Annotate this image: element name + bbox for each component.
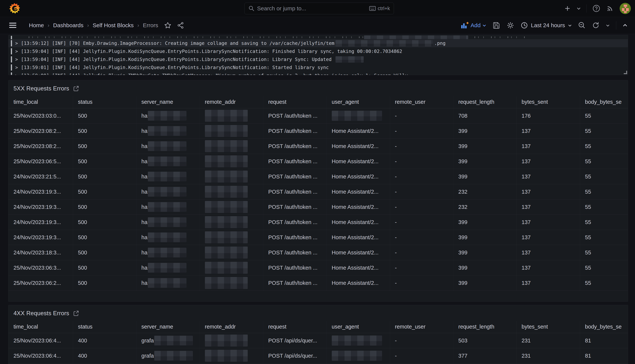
- collapse-toolbar-button[interactable]: [622, 24, 628, 27]
- breadcrumb-self-host-blocks[interactable]: Self Host Blocks: [93, 22, 134, 28]
- cell-text: 55: [585, 143, 591, 149]
- log-row[interactable]: >[13:59:04] [INF] [44] Jellyfin.Plugin.K…: [8, 55, 628, 64]
- table-cell: 25/Nov/2023:08:2...: [8, 123, 73, 138]
- table-cell: 500: [73, 123, 136, 138]
- expand-log-chevron-icon[interactable]: >: [15, 41, 18, 46]
- column-header-user_agent[interactable]: user_agent: [326, 321, 390, 333]
- column-header-status[interactable]: status: [73, 96, 136, 108]
- redacted-cell: [205, 350, 248, 362]
- redacted-cell: [205, 216, 248, 228]
- add-button[interactable]: Add: [461, 22, 486, 29]
- column-header-time_local[interactable]: time_local: [8, 321, 73, 333]
- table-cell: [200, 230, 263, 245]
- log-row[interactable]: >[13:59:00] [INF] [44] Jellyfin.Plugin.T…: [8, 72, 628, 75]
- column-header-request_length[interactable]: request_length: [453, 321, 516, 333]
- table-cell: 500: [73, 214, 136, 230]
- external-link-icon[interactable]: [73, 86, 79, 92]
- external-link-icon[interactable]: [73, 310, 79, 316]
- column-header-bytes_sent[interactable]: bytes_sent: [516, 96, 580, 108]
- column-header-status[interactable]: status: [73, 321, 136, 333]
- column-header-request[interactable]: request: [263, 96, 326, 108]
- table-cell: 137: [516, 245, 580, 260]
- table-cell: 137: [516, 184, 580, 199]
- log-rows: >[13:59:12] [INF] [70] Emby.Drawing.Imag…: [8, 35, 628, 75]
- table-cell: -: [390, 138, 453, 154]
- new-chevron-down-icon[interactable]: [577, 7, 581, 10]
- redacted-cell: [205, 201, 248, 213]
- column-header-request_length[interactable]: request_length: [453, 96, 516, 108]
- table-cell: 399: [453, 138, 516, 154]
- table-row: 25/Nov/2023:08:2...500haPOST /auth/token…: [8, 123, 628, 138]
- table-cell: 500: [73, 245, 136, 260]
- log-row[interactable]: >[13:59:01] [INF] [44] Jellyfin.Plugin.K…: [8, 64, 628, 72]
- global-search: ctrl+k: [244, 3, 394, 14]
- news-rss-button[interactable]: [606, 4, 614, 12]
- log-row[interactable]: [8, 35, 628, 39]
- column-header-time_local[interactable]: time_local: [8, 96, 73, 108]
- column-header-remote_user[interactable]: remote_user: [390, 321, 453, 333]
- table-cell: 24/Nov/2023:19:3...: [8, 184, 73, 199]
- time-range-picker[interactable]: Last 24 hours: [521, 22, 572, 29]
- table-cell: ha: [136, 214, 200, 230]
- column-header-user_agent[interactable]: user_agent: [326, 96, 390, 108]
- help-button[interactable]: [592, 4, 600, 12]
- cell-text: ha: [142, 234, 148, 240]
- time-range-chevron-down-icon: [568, 24, 572, 27]
- column-header-remote_user[interactable]: remote_user: [390, 96, 453, 108]
- cell-text: 399: [458, 265, 468, 271]
- menu-hamburger-button[interactable]: [9, 22, 16, 28]
- dashboard-nav-bar: Home › Dashboards › Self Host Blocks › E…: [0, 17, 635, 34]
- refresh-button[interactable]: [592, 22, 600, 29]
- column-header-server_name[interactable]: server_name: [136, 321, 200, 333]
- panel-title[interactable]: 4XX Requests Errors: [14, 310, 69, 317]
- table-cell: 400: [73, 348, 136, 363]
- user-avatar[interactable]: [620, 3, 631, 14]
- log-row[interactable]: >[13:59:04] [INF] [44] Jellyfin.Plugin.K…: [8, 47, 628, 55]
- cell-text: 25/Nov/2023:06:3...: [14, 265, 61, 271]
- column-header-request[interactable]: request: [263, 321, 326, 333]
- column-header-remote_addr[interactable]: remote_addr: [200, 96, 263, 108]
- panel-resize-handle[interactable]: [624, 71, 627, 74]
- table-cell: 137: [516, 260, 580, 275]
- breadcrumb-dashboards[interactable]: Dashboards: [53, 22, 84, 28]
- navbar-divider: [616, 21, 616, 30]
- table-4xx-header-row: time_localstatusserver_nameremote_addrre…: [8, 321, 628, 333]
- expand-log-chevron-icon[interactable]: >: [15, 57, 18, 62]
- breadcrumb-home[interactable]: Home: [29, 22, 44, 28]
- jellyfin-logs-panel: >[13:59:12] [INF] [70] Emby.Drawing.Imag…: [8, 35, 628, 75]
- table-cell: -: [390, 123, 453, 138]
- table-cell: 500: [73, 108, 136, 123]
- table-cell: Home Assistant/2...: [326, 260, 390, 275]
- column-header-server_name[interactable]: server_name: [136, 96, 200, 108]
- log-row[interactable]: >[13:59:12] [INF] [70] Emby.Drawing.Imag…: [8, 39, 628, 47]
- panel-title[interactable]: 5XX Requests Errors: [14, 85, 69, 92]
- save-dashboard-button[interactable]: [492, 22, 500, 29]
- table-cell: 25/Nov/2023:06:2...: [8, 275, 73, 290]
- zoom-out-time-button[interactable]: [578, 22, 586, 29]
- dashboard-settings-button[interactable]: [506, 22, 514, 29]
- cell-text: 500: [78, 113, 87, 119]
- expand-log-chevron-icon[interactable]: >: [15, 73, 18, 75]
- redacted-cell: [205, 140, 248, 152]
- table-cell: ha: [136, 154, 200, 169]
- column-header-body_bytes_se[interactable]: body_bytes_se: [580, 96, 628, 108]
- favorite-star-button[interactable]: [164, 22, 171, 29]
- table-cell: [200, 245, 263, 260]
- column-header-remote_addr[interactable]: remote_addr: [200, 321, 263, 333]
- column-header-body_bytes_se[interactable]: body_bytes_se: [580, 321, 628, 333]
- redacted-text: [336, 40, 433, 46]
- redacted-cell: [205, 262, 248, 274]
- expand-log-chevron-icon[interactable]: >: [15, 65, 18, 70]
- redacted-cell: [332, 336, 382, 346]
- table-cell: Home Assistant/2...: [326, 245, 390, 260]
- table-cell: 55: [580, 230, 628, 245]
- refresh-interval-dropdown[interactable]: [606, 24, 610, 27]
- column-header-bytes_sent[interactable]: bytes_sent: [516, 321, 580, 333]
- search-input[interactable]: [257, 5, 366, 12]
- new-button[interactable]: [564, 5, 571, 12]
- grafana-logo[interactable]: [9, 3, 20, 14]
- table-cell: Home Assistant/2...: [326, 169, 390, 184]
- share-button[interactable]: [177, 22, 184, 29]
- expand-log-chevron-icon[interactable]: >: [15, 49, 18, 54]
- cell-text: 25/Nov/2023:06:4...: [14, 338, 61, 344]
